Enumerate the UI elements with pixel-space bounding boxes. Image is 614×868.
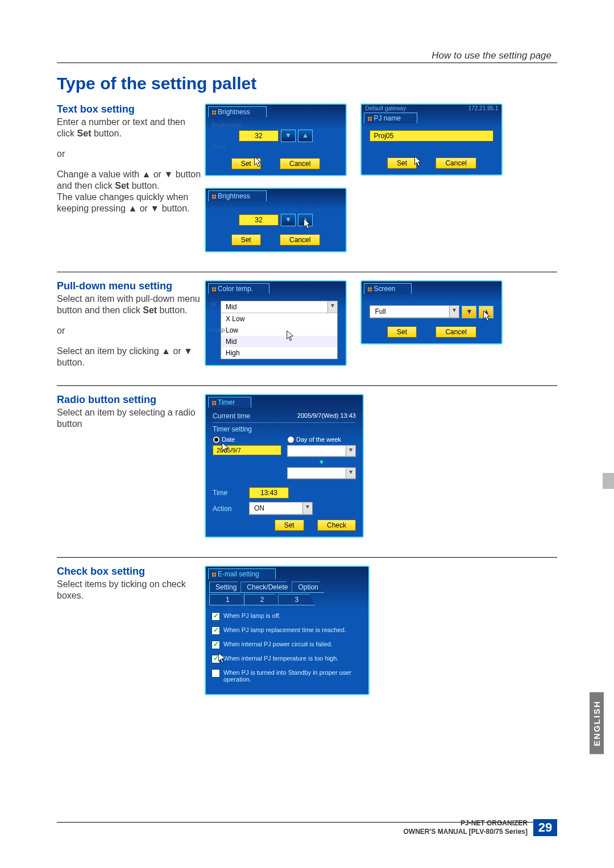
textbox-p1: Enter a number or text and then click Se… bbox=[57, 117, 202, 139]
tab-checkdelete[interactable]: Check/Delete bbox=[240, 582, 294, 593]
set-button[interactable]: Set bbox=[275, 520, 304, 531]
pulldown-or: or bbox=[57, 325, 202, 337]
panel-title: Brightness bbox=[208, 190, 267, 201]
cursor-icon bbox=[482, 310, 492, 322]
select-option[interactable]: Mid bbox=[221, 336, 337, 347]
header-rule bbox=[57, 63, 557, 63]
checkbox-label: When PJ lamp is off. bbox=[223, 612, 281, 619]
page-title: Type of the setting pallet bbox=[57, 74, 557, 93]
pj-ip: 172.21.95.1 bbox=[468, 105, 499, 111]
checkbox-icon[interactable] bbox=[211, 669, 220, 678]
select-option[interactable]: Low bbox=[221, 325, 337, 336]
checkbox-heading: Check box setting bbox=[57, 566, 202, 578]
down-indicator-icon: ▼ bbox=[287, 458, 356, 466]
time-input[interactable]: 13:43 bbox=[249, 487, 289, 499]
chevron-down-icon[interactable]: ▾ bbox=[346, 446, 355, 456]
dayofweek-select2[interactable]: ▾ bbox=[287, 467, 356, 479]
pulldown-heading: Pull-down menu setting bbox=[57, 280, 202, 292]
section-textbox: Text box setting Enter a number or text … bbox=[57, 103, 557, 264]
textbox-heading: Text box setting bbox=[57, 103, 202, 115]
cancel-button[interactable]: Cancel bbox=[280, 234, 320, 246]
screen-select[interactable]: Full▾ bbox=[370, 305, 459, 318]
checkbox-label: When PJ is turned into Standby in proper… bbox=[223, 669, 363, 683]
checkbox-row[interactable]: ✓When PJ lamp replacement time is reache… bbox=[211, 626, 363, 635]
checkbox-row[interactable]: When PJ is turned into Standby in proper… bbox=[211, 669, 363, 683]
down-button[interactable]: ▼ bbox=[281, 130, 296, 142]
cancel-button[interactable]: Cancel bbox=[435, 157, 476, 169]
subtab-2[interactable]: 2 bbox=[244, 594, 281, 605]
screenshot-brightness-setcancel: Brightness Brightness 32 ▼ ▲ Color Set C… bbox=[205, 103, 347, 176]
checkbox-row[interactable]: ✓When internal PJ power circuit is faile… bbox=[211, 641, 363, 649]
checkbox-label: When internal PJ temperature is too high… bbox=[223, 655, 338, 662]
radio-p1: Select an item by selecting a radio butt… bbox=[57, 407, 202, 430]
down-button[interactable]: ▼ bbox=[462, 306, 476, 318]
dayofweek-select[interactable]: ▾ bbox=[287, 445, 356, 457]
side-label2: Sharp bbox=[208, 326, 225, 333]
subtab-3[interactable]: 3 bbox=[278, 594, 315, 605]
set-button[interactable]: Set bbox=[387, 326, 417, 338]
panel-title: E-mail setting bbox=[208, 568, 276, 579]
panel-title: Color temp. bbox=[208, 283, 269, 294]
tab-option[interactable]: Option bbox=[292, 582, 324, 593]
action-select[interactable]: ON▾ bbox=[249, 502, 313, 515]
select-option[interactable]: X Low bbox=[221, 313, 337, 325]
checkbox-icon[interactable]: ✓ bbox=[211, 641, 220, 649]
bg-label: Brightness bbox=[211, 122, 338, 128]
screenshot-screen: Screen Full▾ ▼ ▲ Set Cancel bbox=[360, 280, 503, 344]
screenshot-colortemp: Color temp. W Mid▾ X Low Low Mid High Sh… bbox=[205, 280, 347, 366]
section-radio: Radio button setting Select an item by s… bbox=[57, 385, 557, 549]
cursor-icon bbox=[302, 218, 312, 230]
chevron-down-icon[interactable]: ▾ bbox=[327, 301, 337, 313]
select-option[interactable]: High bbox=[221, 347, 337, 359]
timer-setting-label: Timer setting bbox=[213, 425, 356, 433]
screenshot-timer: Timer Current time 2005/9/7(Wed) 13:43 T… bbox=[205, 394, 364, 538]
cursor-icon bbox=[252, 156, 263, 168]
colortemp-select[interactable]: Mid▾ X Low Low Mid High bbox=[221, 301, 338, 359]
chevron-down-icon[interactable]: ▾ bbox=[449, 306, 459, 317]
cancel-button[interactable]: Cancel bbox=[280, 158, 320, 169]
bg-label2: Color bbox=[211, 143, 338, 150]
cursor-icon bbox=[413, 155, 423, 168]
subtab-1[interactable]: 1 bbox=[209, 594, 246, 605]
side-tab-gray bbox=[603, 473, 614, 489]
brightness-value[interactable]: 32 bbox=[239, 214, 279, 226]
checkbox-icon[interactable]: ✓ bbox=[211, 626, 220, 635]
set-button[interactable]: Set bbox=[387, 157, 417, 169]
panel-title: Timer bbox=[208, 397, 251, 408]
textbox-or: or bbox=[57, 148, 202, 160]
cursor-arrow-icon bbox=[221, 442, 231, 454]
pjname-input[interactable]: Proj05 bbox=[370, 130, 493, 142]
section-pulldown: Pull-down menu setting Select an item wi… bbox=[57, 272, 557, 377]
footer-product: PJ-NET ORGANIZER bbox=[404, 819, 528, 828]
radio-heading: Radio button setting bbox=[57, 394, 202, 406]
chevron-down-icon[interactable]: ▾ bbox=[346, 468, 355, 478]
radio-dot-icon bbox=[287, 436, 294, 443]
header-caption: How to use the setting page bbox=[432, 50, 551, 61]
brightness-value[interactable]: 32 bbox=[239, 130, 279, 142]
radio-dot-icon bbox=[213, 436, 220, 443]
up-button[interactable]: ▲ bbox=[298, 214, 313, 226]
screenshot-email: E-mail setting Setting Check/Delete Opti… bbox=[205, 566, 370, 695]
pulldown-p2: Select an item by clicking ▲ or ▼ button… bbox=[57, 346, 202, 368]
down-button[interactable]: ▼ bbox=[281, 214, 296, 226]
cursor-arrow-icon bbox=[217, 652, 227, 665]
checkbox-icon[interactable]: ✓ bbox=[211, 612, 220, 621]
check-button[interactable]: Check bbox=[317, 520, 356, 531]
tabs-row: Setting Check/Delete Option bbox=[209, 582, 365, 593]
cancel-button[interactable]: Cancel bbox=[435, 326, 476, 338]
checkbox-row[interactable]: ✓When internal PJ temperature is too hig… bbox=[211, 655, 363, 663]
textbox-p2: Change a value with ▲ or ▼ button and th… bbox=[57, 169, 202, 214]
chevron-down-icon[interactable]: ▾ bbox=[302, 502, 312, 514]
current-time-value: 2005/9/7(Wed) 13:43 bbox=[297, 412, 356, 420]
language-tab: ENGLISH bbox=[590, 692, 604, 754]
radio-dayofweek[interactable]: Day of the week bbox=[287, 435, 356, 443]
screenshot-brightness-arrow: Brightness 32 ▼ ▲ Set Cancel bbox=[205, 188, 347, 252]
set-button[interactable]: Set bbox=[231, 234, 261, 246]
up-button[interactable]: ▲ bbox=[479, 306, 493, 318]
page-number-box: PJ-NET ORGANIZER OWNER'S MANUAL [PLV-80/… bbox=[404, 819, 557, 836]
pulldown-p1: Select an item with pull-down menu butto… bbox=[57, 293, 202, 316]
up-button[interactable]: ▲ bbox=[298, 130, 313, 142]
tab-setting[interactable]: Setting bbox=[209, 582, 243, 593]
footer-manual: OWNER'S MANUAL [PLV-80/75 Series] bbox=[404, 828, 528, 836]
checkbox-row[interactable]: ✓When PJ lamp is off. bbox=[211, 612, 363, 621]
